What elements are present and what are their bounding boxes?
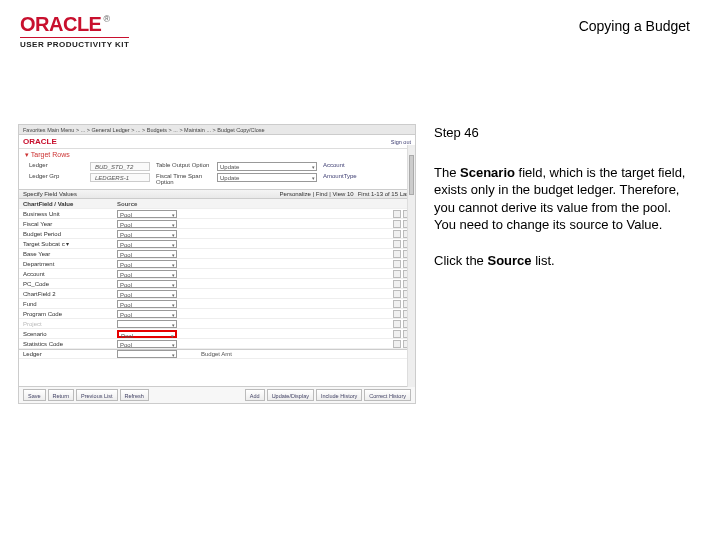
signout-link[interactable]: Sign out xyxy=(391,139,411,145)
previous-list-button[interactable]: Previous List xyxy=(76,389,118,401)
oracle-logo: ORACLE xyxy=(20,13,101,35)
table-row: Program CodePool xyxy=(19,309,415,319)
account-link[interactable]: Account xyxy=(323,162,345,171)
grid-nav[interactable]: First 1-13 of 15 Last xyxy=(358,191,411,197)
footer-ledger-label: Ledger xyxy=(23,351,113,357)
instruction-panel: Step 46 The Scenario field, which is the… xyxy=(434,124,700,404)
source-select[interactable]: Pool xyxy=(117,210,177,218)
content-row: Favorites Main Menu > ... > General Ledg… xyxy=(18,124,700,404)
table-row: Business UnitPool xyxy=(19,209,415,219)
budget-amt-label: Budget Amt xyxy=(201,351,232,357)
field-label: Target Subcat c ▾ xyxy=(23,240,113,247)
footer-source-select[interactable] xyxy=(117,350,177,358)
add-row-icon[interactable] xyxy=(393,340,401,348)
refresh-button[interactable]: Refresh xyxy=(120,389,149,401)
amount-type-link[interactable]: AmountType xyxy=(323,173,357,185)
add-row-icon[interactable] xyxy=(393,270,401,278)
add-row-icon[interactable] xyxy=(393,300,401,308)
save-button[interactable]: Save xyxy=(23,389,46,401)
source-select[interactable]: Pool xyxy=(117,260,177,268)
field-label: Account xyxy=(23,271,113,277)
field-label: Department xyxy=(23,261,113,267)
ledger-value: BUD_STD_T2 xyxy=(90,162,150,171)
shot-nav-bar: Favorites Main Menu > ... > General Ledg… xyxy=(19,125,415,135)
embedded-screenshot: Favorites Main Menu > ... > General Ledg… xyxy=(18,124,416,404)
add-row-icon[interactable] xyxy=(393,290,401,298)
text: list. xyxy=(532,253,555,268)
table-output-select[interactable]: Update xyxy=(217,162,317,171)
source-select[interactable]: Pool xyxy=(117,270,177,278)
footer-ledger-row: Ledger Budget Amt xyxy=(19,349,415,359)
field-label: Fund xyxy=(23,301,113,307)
table-row: Base YearPool xyxy=(19,249,415,259)
shot-oracle-logo: ORACLE xyxy=(23,137,57,146)
source-select[interactable]: Pool xyxy=(117,230,177,238)
fiscal-time-label: Fiscal Time Span Option xyxy=(156,173,211,185)
scrollbar[interactable] xyxy=(407,145,415,387)
source-select[interactable]: Pool xyxy=(117,240,177,248)
field-label: Fiscal Year xyxy=(23,221,113,227)
table-row: Target Subcat c ▾Pool xyxy=(19,239,415,249)
page-header: ORACLE® USER PRODUCTIVITY KIT Copying a … xyxy=(20,14,700,49)
add-row-icon[interactable] xyxy=(393,310,401,318)
ledger-grp-label: Ledger Grp xyxy=(29,173,84,185)
ledger-grp-value: LEDGERS-1 xyxy=(90,173,150,182)
table-output-label: Table Output Option xyxy=(156,162,211,171)
instruction-para-2: Click the Source list. xyxy=(434,252,694,270)
grid-column-header: ChartField / Value Source xyxy=(19,199,415,209)
text: The xyxy=(434,165,460,180)
correct-history-button[interactable]: Correct History xyxy=(364,389,411,401)
field-label: PC_Code xyxy=(23,281,113,287)
add-row-icon[interactable] xyxy=(393,280,401,288)
source-select[interactable]: Pool xyxy=(117,300,177,308)
upk-subtitle: USER PRODUCTIVITY KIT xyxy=(20,37,129,49)
doc-title: Copying a Budget xyxy=(579,18,690,34)
field-label: Program Code xyxy=(23,311,113,317)
field-label: Base Year xyxy=(23,251,113,257)
brand-block: ORACLE® USER PRODUCTIVITY KIT xyxy=(20,14,129,49)
add-row-icon[interactable] xyxy=(393,220,401,228)
add-row-icon[interactable] xyxy=(393,320,401,328)
add-row-icon[interactable] xyxy=(393,230,401,238)
table-row-scenario: ScenarioPool xyxy=(19,329,415,339)
section-header[interactable]: ▾ Target Rows xyxy=(19,149,415,161)
col-source: Source xyxy=(117,201,177,207)
update-display-button[interactable]: Update/Display xyxy=(267,389,314,401)
include-history-button[interactable]: Include History xyxy=(316,389,362,401)
source-select[interactable]: Pool xyxy=(117,310,177,318)
grid-tools[interactable]: Personalize | Find | View 10 xyxy=(280,191,354,197)
ledger-label: Ledger xyxy=(29,162,84,171)
field-label: Scenario xyxy=(23,331,113,337)
target-row-2: Ledger Grp LEDGERS-1 Fiscal Time Span Op… xyxy=(19,172,415,186)
table-row: Statistics CodePool xyxy=(19,339,415,349)
shot-toolbar: Save Return Previous List Refresh Add Up… xyxy=(19,386,415,403)
fiscal-time-select[interactable]: Update xyxy=(217,173,317,182)
source-select[interactable]: Pool xyxy=(117,340,177,348)
add-row-icon[interactable] xyxy=(393,250,401,258)
source-select[interactable] xyxy=(117,320,177,328)
source-select-highlighted[interactable]: Pool xyxy=(117,330,177,338)
grid-header-bar: Specify Field Values Personalize | Find … xyxy=(19,189,415,199)
table-row: AccountPool xyxy=(19,269,415,279)
field-label: Statistics Code xyxy=(23,341,113,347)
field-label: Business Unit xyxy=(23,211,113,217)
text: Click the xyxy=(434,253,487,268)
add-row-icon[interactable] xyxy=(393,240,401,248)
add-button[interactable]: Add xyxy=(245,389,265,401)
table-row: ChartField 2Pool xyxy=(19,289,415,299)
source-select[interactable]: Pool xyxy=(117,290,177,298)
scrollbar-thumb[interactable] xyxy=(409,155,414,195)
add-row-icon[interactable] xyxy=(393,210,401,218)
breadcrumb: Favorites Main Menu > ... > General Ledg… xyxy=(23,127,265,133)
table-row: Project xyxy=(19,319,415,329)
source-select[interactable]: Pool xyxy=(117,250,177,258)
table-row: Budget PeriodPool xyxy=(19,229,415,239)
source-select[interactable]: Pool xyxy=(117,280,177,288)
return-button[interactable]: Return xyxy=(48,389,75,401)
add-row-icon[interactable] xyxy=(393,260,401,268)
add-row-icon[interactable] xyxy=(393,330,401,338)
source-select[interactable]: Pool xyxy=(117,220,177,228)
field-label: Project xyxy=(23,321,113,327)
step-label: Step 46 xyxy=(434,124,694,142)
table-row: FundPool xyxy=(19,299,415,309)
